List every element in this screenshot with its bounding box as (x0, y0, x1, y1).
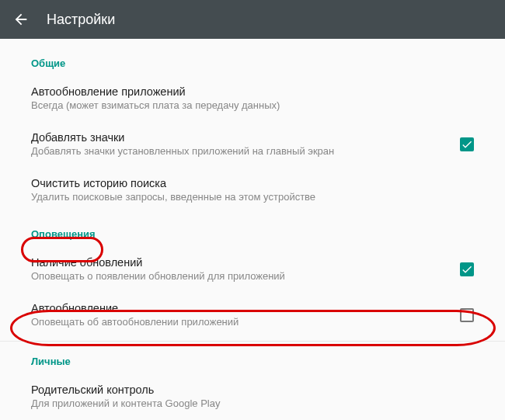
setting-title: Автообновление приложений (31, 85, 474, 98)
setting-title: Очистить историю поиска (31, 177, 474, 189)
setting-subtitle: Удалить поисковые запросы, введенные на … (31, 191, 474, 203)
setting-add-icons[interactable]: Добавлять значки Добавлять значки устано… (0, 121, 505, 167)
setting-title: Добавлять значки (31, 131, 460, 144)
setting-title: Автообновление (31, 302, 460, 314)
setting-text: Очистить историю поиска Удалить поисковы… (31, 177, 474, 203)
setting-auto-update-apps[interactable]: Автообновление приложений Всегда (может … (0, 75, 505, 121)
setting-clear-history[interactable]: Очистить историю поиска Удалить поисковы… (0, 167, 505, 213)
settings-content: Общие Автообновление приложений Всегда (… (0, 39, 505, 419)
setting-title: Родительский контроль (31, 384, 474, 396)
app-header: Настройки (0, 0, 505, 39)
setting-subtitle: Добавлять значки установленных приложени… (31, 145, 460, 157)
setting-text: Родительский контроль Для приложений и к… (31, 384, 474, 409)
section-personal: Личные (0, 345, 505, 373)
setting-title: Наличие обновлений (31, 256, 460, 269)
divider (0, 341, 505, 342)
setting-text: Добавлять значки Добавлять значки устано… (31, 131, 460, 157)
section-general: Общие (0, 42, 505, 75)
setting-subtitle: Всегда (может взиматься плата за передач… (31, 99, 474, 111)
setting-updates-available[interactable]: Наличие обновлений Оповещать о появлении… (0, 246, 505, 292)
setting-text: Автообновление Оповещать об автообновлен… (31, 302, 460, 328)
setting-subtitle: Оповещать о появлении обновлений для при… (31, 270, 460, 282)
setting-text: Наличие обновлений Оповещать о появлении… (31, 256, 460, 282)
setting-subtitle: Оповещать об автообновлении приложений (31, 316, 460, 328)
section-notifications: Оповещения (0, 213, 505, 246)
setting-parental-control[interactable]: Родительский контроль Для приложений и к… (0, 373, 505, 419)
checkbox-updates-available[interactable] (460, 262, 474, 276)
checkbox-add-icons[interactable] (460, 137, 474, 151)
back-arrow-icon[interactable] (12, 11, 30, 28)
page-title: Настройки (47, 12, 115, 28)
setting-subtitle: Для приложений и контента Google Play (31, 397, 474, 409)
setting-auto-update-notify[interactable]: Автообновление Оповещать об автообновлен… (0, 292, 505, 338)
checkbox-auto-update-notify[interactable] (460, 308, 474, 322)
setting-text: Автообновление приложений Всегда (может … (31, 85, 474, 111)
